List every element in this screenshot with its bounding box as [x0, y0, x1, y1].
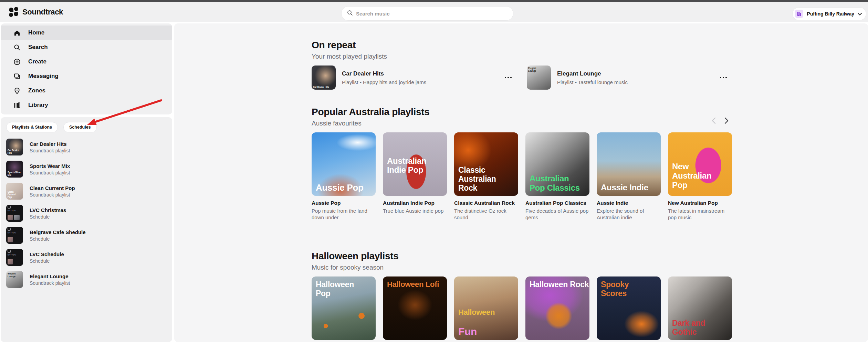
- list-item-lvc-christmas[interactable]: BY YOU LVC Christmas Schedule: [6, 205, 172, 222]
- library-filter-tabs: Playlists & Stations Schedules: [6, 122, 172, 132]
- playlist-card-dark-and-gothic[interactable]: Dark and Gothic Dark and Gothic: [668, 276, 732, 342]
- sidebar-item-create[interactable]: Create: [1, 54, 172, 69]
- location-pin-icon: [13, 87, 21, 94]
- list-item-sports-wear-mix[interactable]: Sports Wear Mix Sports Wear Mix Soundtra…: [6, 161, 172, 178]
- sidebar-item-home[interactable]: Home: [1, 26, 172, 40]
- playlist-thumbnail: Elegant Lounge: [527, 66, 551, 90]
- playlist-card-aussie-pop[interactable]: Aussie Pop Aussie Pop Pop music from the…: [312, 132, 376, 221]
- calendar-icon: [8, 250, 11, 253]
- playlist-cover: Halloween Rock: [525, 276, 589, 340]
- playlist-cover: Halloween Pop: [312, 276, 376, 340]
- sidebar-item-library[interactable]: Library: [1, 98, 172, 112]
- sidebar-item-messaging[interactable]: Messaging: [1, 69, 172, 83]
- list-item-elegant-lounge[interactable]: Elegant Lounge Elegant Lounge Soundtrack…: [6, 271, 172, 288]
- playlist-cover: Dark and Gothic: [668, 276, 732, 340]
- playlist-cover: New Australian Pop: [668, 132, 732, 196]
- playlist-card-halloween-lofi[interactable]: Halloween Lofi Halloween Lofi: [383, 276, 447, 342]
- section-subtitle: Aussie favourites: [312, 119, 732, 128]
- playlist-card-spooky-scores[interactable]: Spooky Scores Spooky Scores: [597, 276, 661, 342]
- soundtrack-logo[interactable]: Soundtrack: [9, 7, 63, 17]
- schedule-thumbnail: BY YOU: [6, 227, 23, 244]
- section-popular-australia: Popular Australia playlists Aussie favou…: [312, 106, 732, 221]
- playlist-card-australian-pop-classics[interactable]: Australian Pop Classics Australian Pop C…: [525, 132, 589, 221]
- list-item-belgrave-cafe-shedule[interactable]: BY YOU Belgrave Cafe Shedule Schedule: [6, 227, 172, 244]
- sidebar-library-panel: Playlists & Stations Schedules Car Deale…: [1, 117, 172, 342]
- list-item-lvc-schedule[interactable]: BY YOU LVC Schedule Schedule: [6, 249, 172, 266]
- schedule-thumbnail: BY YOU: [6, 249, 23, 266]
- playlist-card-australian-indie-pop[interactable]: Australian Indie Pop Australian Indie Po…: [383, 132, 447, 221]
- section-title: Popular Australia playlists: [312, 106, 732, 118]
- account-name: Puffing Billy Railway: [807, 11, 854, 17]
- search-icon: [347, 10, 353, 17]
- chat-icon: [13, 72, 21, 80]
- list-item-car-dealer-hits[interactable]: Car Dealer Hits Car Dealer Hits Soundtra…: [6, 139, 172, 155]
- tab-schedules[interactable]: Schedules: [63, 122, 97, 132]
- playlist-thumbnail: Elegant Lounge: [6, 271, 23, 288]
- playlist-card-new-australian-pop[interactable]: New Australian Pop New Australian Pop Th…: [668, 132, 732, 221]
- search-icon: [13, 43, 21, 51]
- carousel-prev-icon[interactable]: [709, 117, 718, 125]
- playlist-thumbnail: Sports Wear Mix: [6, 161, 23, 178]
- playlist-cover: Australian Indie Pop: [383, 132, 447, 196]
- calendar-icon: [8, 228, 11, 231]
- playlist-cover: Australian Pop Classics: [525, 132, 589, 196]
- section-title: Halloween playlists: [312, 250, 732, 262]
- calendar-icon: [8, 206, 11, 209]
- carousel-controls: [709, 117, 731, 125]
- playlist-card-halloween-fun[interactable]: Halloween Fun Halloween Fun: [454, 276, 518, 342]
- on-repeat-card-car-dealer-hits[interactable]: Car Dealer Hits Car Dealer Hits Playlist…: [312, 66, 520, 90]
- playlist-thumbnail: Car Dealer Hits: [312, 66, 336, 90]
- list-item-clean-current-pop[interactable]: Clean Current Pop Clean Current Pop Soun…: [6, 183, 172, 200]
- account-menu-button[interactable]: Puffing Billy Railway: [793, 8, 866, 20]
- schedule-thumbnail: BY YOU: [6, 205, 23, 222]
- library-icon: [13, 101, 21, 109]
- playlist-card-halloween-pop[interactable]: Halloween Pop Halloween Pop: [312, 276, 376, 342]
- playlist-thumbnail: Clean Current Pop: [6, 183, 23, 200]
- search-input[interactable]: [356, 11, 508, 17]
- playlist-cover: Classic Australian Rock: [454, 132, 518, 196]
- playlist-cover: Halloween Lofi: [383, 276, 447, 340]
- home-icon: [13, 29, 21, 37]
- playlist-card-aussie-indie[interactable]: Aussie Indie Aussie Indie Explore the so…: [597, 132, 661, 221]
- section-subtitle: Your most played playlists: [312, 52, 732, 61]
- section-title: On repeat: [312, 39, 732, 51]
- on-repeat-card-elegant-lounge[interactable]: Elegant Lounge Elegant Lounge Playlist •…: [527, 66, 735, 90]
- soundtrack-logo-text: Soundtrack: [22, 8, 63, 17]
- section-subtitle: Music for spooky season: [312, 263, 732, 272]
- more-options-icon[interactable]: [504, 75, 512, 80]
- sidebar-nav: Home Search Create Messaging Zones Libra…: [1, 23, 172, 114]
- playlist-cover: Aussie Indie: [597, 132, 661, 196]
- main-content: On repeat Your most played playlists Car…: [174, 23, 868, 342]
- plus-circle-icon: [13, 58, 21, 66]
- playlist-cover: Halloween Fun: [454, 276, 518, 340]
- playlist-cover: Aussie Pop: [312, 132, 376, 196]
- section-on-repeat: On repeat Your most played playlists Car…: [312, 39, 732, 90]
- carousel-next-icon[interactable]: [722, 117, 731, 125]
- soundtrack-logo-icon: [9, 7, 19, 17]
- chevron-down-icon: [858, 11, 862, 17]
- search-bar[interactable]: [342, 7, 513, 20]
- sidebar-item-search[interactable]: Search: [1, 40, 172, 54]
- more-options-icon[interactable]: [719, 75, 728, 80]
- playlist-thumbnail: Car Dealer Hits: [6, 139, 23, 155]
- organization-building-icon: [795, 10, 803, 18]
- playlist-cover: Spooky Scores: [597, 276, 661, 340]
- topbar: Soundtrack Puffing Billy Railway: [0, 2, 868, 22]
- tab-playlists-stations[interactable]: Playlists & Stations: [6, 122, 58, 132]
- section-halloween: Halloween playlists Music for spooky sea…: [312, 250, 732, 342]
- library-list: Car Dealer Hits Car Dealer Hits Soundtra…: [6, 139, 172, 288]
- playlist-card-halloween-rock[interactable]: Halloween Rock Halloween Rock: [525, 276, 589, 342]
- playlist-card-classic-australian-rock[interactable]: Classic Australian Rock Classic Australi…: [454, 132, 518, 221]
- sidebar-item-zones[interactable]: Zones: [1, 83, 172, 98]
